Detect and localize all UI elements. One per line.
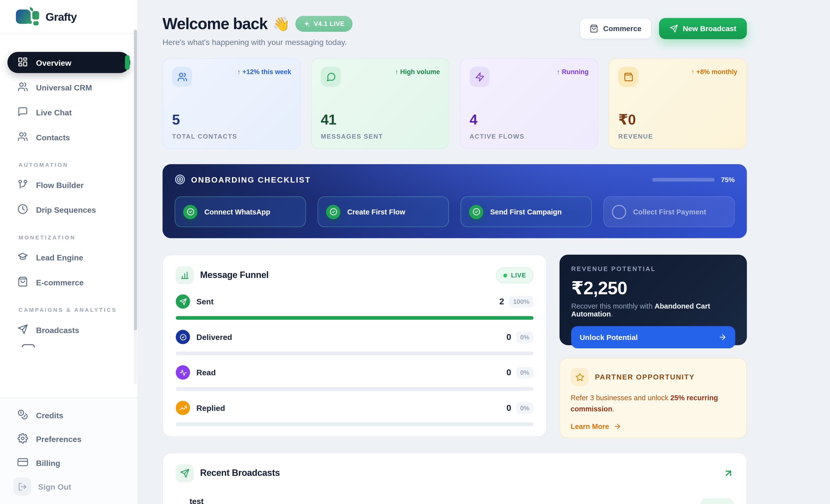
step-label: Create First Flow [347, 208, 405, 216]
funnel-row-label: Sent [196, 297, 214, 306]
gear-icon [18, 433, 28, 445]
broadcast-name: test [189, 497, 224, 504]
revenue-potential-description: Recover this monthly with Abandoned Cart… [571, 303, 735, 318]
funnel-bar-sent [175, 316, 534, 320]
version-badge: V4.1 LIVE [295, 16, 352, 32]
sparkles-icon [303, 21, 310, 27]
stats-row: ↑ +12% this week 5 TOTAL CONTACTS ↑ High… [163, 58, 747, 149]
stat-label: MESSAGES SENT [321, 133, 440, 140]
stat-value: 5 [172, 112, 291, 128]
step-label: Collect First Payment [633, 208, 706, 216]
stat-card-total-contacts[interactable]: ↑ +12% this week 5 TOTAL CONTACTS [163, 58, 300, 149]
learn-more-link[interactable]: Learn More [571, 422, 736, 430]
sidebar-item-label: Contacts [36, 133, 70, 141]
trending-up-icon [175, 401, 190, 415]
sidebar-item-contacts[interactable]: Contacts [7, 126, 130, 148]
live-badge: LIVE [496, 267, 534, 283]
sidebar: Grafty Overview Universal CRM Live Chat … [0, 0, 138, 504]
page-title: Welcome back [163, 15, 267, 33]
funnel-row-value: 2 [500, 297, 504, 306]
stat-card-revenue[interactable]: ↑ +8% monthly ₹0 REVENUE [609, 58, 747, 149]
onboarding-step-send-first-campaign[interactable]: Send First Campaign [460, 196, 592, 227]
sidebar-item-overview[interactable]: Overview [7, 52, 130, 73]
sidebar-item-lead-engine[interactable]: Lead Engine [7, 247, 130, 268]
stat-card-messages-sent[interactable]: ↑ High volume 41 MESSAGES SENT [311, 58, 449, 149]
sidebar-item-label: Sign Out [38, 482, 71, 491]
sidebar-item-broadcasts[interactable]: Broadcasts [7, 319, 130, 341]
message-funnel-card: Message Funnel LIVE Sent 2100% Delivered [163, 255, 547, 437]
send-icon [669, 25, 678, 33]
wave-emoji: 👋 [273, 15, 290, 32]
new-broadcast-button[interactable]: New Broadcast [659, 18, 747, 39]
star-icon [571, 368, 589, 386]
commerce-button[interactable]: Commerce [580, 18, 651, 39]
step-label: Connect WhatsApp [204, 208, 270, 216]
funnel-row-percent: 0% [516, 402, 534, 414]
stat-trend: ↑ High volume [395, 68, 440, 75]
funnel-row-percent: 100% [509, 296, 534, 307]
stat-trend: ↑ Running [556, 68, 588, 75]
arrow-up-right-icon[interactable] [723, 468, 734, 478]
unlock-potential-button[interactable]: Unlock Potential [571, 326, 735, 348]
users-icon [18, 81, 28, 93]
shopping-bag-icon [18, 276, 28, 288]
send-icon [175, 464, 194, 482]
stat-card-active-flows[interactable]: ↑ Running 4 ACTIVE FLOWS [460, 58, 598, 149]
funnel-row-replied: Replied 00% [175, 401, 534, 426]
sidebar-item-flow-builder[interactable]: Flow Builder [7, 174, 130, 195]
funnel-row-value: 0 [506, 403, 511, 413]
onboarding-step-create-first-flow[interactable]: Create First Flow [318, 196, 449, 227]
sidebar-item-label: Flow Builder [36, 180, 84, 189]
onboarding-step-collect-first-payment[interactable]: Collect First Payment [604, 196, 735, 227]
sidebar-item-sign-out[interactable]: Sign Out [7, 476, 130, 497]
bar-chart-icon [175, 266, 194, 284]
sidebar-item-ecommerce[interactable]: E-commerce [7, 272, 130, 293]
partner-opportunity-card: PARTNER OPPORTUNITY Refer 3 businesses a… [560, 358, 747, 439]
sidebar-item-universal-crm[interactable]: Universal CRM [7, 77, 130, 98]
sidebar-item-credits[interactable]: Credits [7, 404, 130, 426]
chat-bubble-icon [18, 106, 28, 118]
empty-circle-icon [612, 204, 626, 219]
wallet-icon [618, 67, 638, 87]
clock-icon [18, 203, 28, 216]
sidebar-scrollbar-thumb[interactable] [134, 30, 137, 330]
send-icon [18, 324, 28, 336]
broadcasts-title: Recent Broadcasts [200, 468, 280, 478]
sidebar-item-drip-sequences[interactable]: Drip Sequences [7, 199, 130, 220]
stat-trend: ↑ +12% this week [237, 68, 291, 75]
sidebar-item-preferences[interactable]: Preferences [7, 429, 130, 450]
onboarding-progress-label: 75% [721, 176, 735, 183]
sidebar-item-label: Overview [36, 58, 71, 67]
check-circle-icon [326, 204, 341, 219]
onboarding-banner: ONBOARDING CHECKLIST 75% Connect WhatsAp… [163, 164, 747, 238]
credit-card-icon [18, 456, 28, 469]
broadcast-sent-badge: 2 sent [701, 498, 734, 504]
stat-trend: ↑ +8% monthly [691, 68, 737, 75]
stat-value: 41 [321, 112, 440, 128]
recent-broadcasts-card: Recent Broadcasts test 02/03/2026 2 sent [163, 452, 747, 504]
onboarding-step-connect-whatsapp[interactable]: Connect WhatsApp [174, 196, 306, 227]
sidebar-item-live-chat[interactable]: Live Chat [7, 101, 130, 123]
funnel-row-percent: 0% [516, 367, 534, 378]
main-content: Welcome back 👋 V4.1 LIVE Here's what's h… [138, 0, 830, 504]
sidebar-item-label: Universal CRM [36, 83, 92, 92]
onboarding-title: ONBOARDING CHECKLIST [191, 175, 311, 184]
sidebar-nav: Overview Universal CRM Live Chat Contact… [0, 34, 137, 398]
check-circle-icon [469, 204, 483, 219]
sidebar-item-label: Lead Engine [36, 253, 83, 262]
sidebar-item-billing[interactable]: Billing [7, 452, 130, 473]
funnel-row-label: Delivered [196, 333, 232, 341]
sidebar-item-label: Billing [36, 458, 60, 467]
sidebar-footer: Credits Preferences Billing Sign Out [0, 398, 137, 504]
arrow-right-icon [719, 333, 727, 341]
sidebar-item-label: Live Chat [36, 108, 72, 117]
sidebar-item-label: Broadcasts [36, 325, 79, 334]
brand-logo[interactable]: Grafty [0, 0, 137, 34]
sidebar-scrollbar[interactable] [134, 30, 137, 384]
funnel-row-value: 0 [506, 368, 511, 377]
broadcast-list-item[interactable]: test 02/03/2026 2 sent [175, 497, 734, 504]
brand-name: Grafty [45, 10, 76, 23]
check-circle-icon [183, 204, 197, 219]
send-icon [175, 294, 190, 309]
users-icon [172, 67, 192, 87]
